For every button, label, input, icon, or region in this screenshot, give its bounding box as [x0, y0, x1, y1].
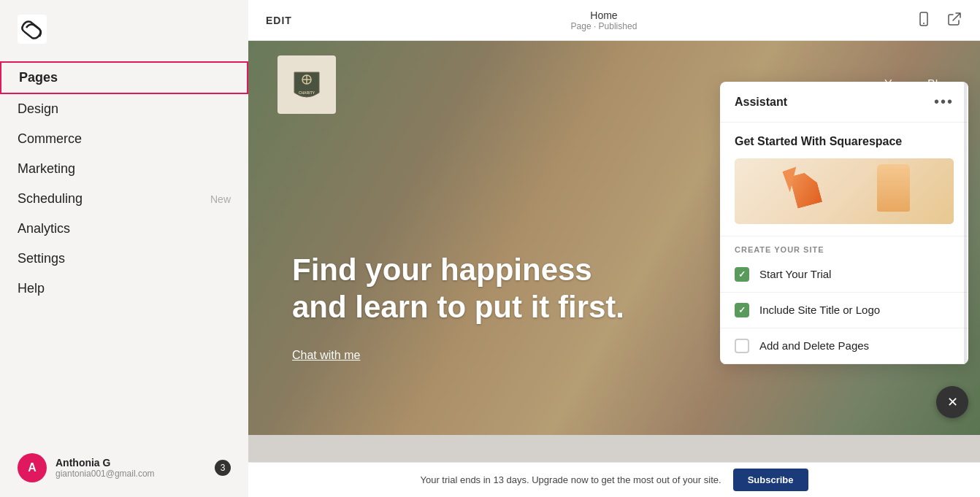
sidebar-item-marketing[interactable]: Marketing: [0, 154, 248, 184]
hero-heading: Find your happiness and learn to put it …: [292, 252, 624, 325]
sidebar-item-design[interactable]: Design: [0, 94, 248, 124]
sidebar-item-help[interactable]: Help: [0, 274, 248, 304]
site-title-checkbox[interactable]: [735, 303, 749, 317]
external-link-icon[interactable]: [946, 11, 962, 30]
user-name: Anthonia G: [55, 457, 155, 469]
main-area: EDIT Home Page · Published: [248, 0, 980, 497]
assistant-scrollbar[interactable]: [964, 82, 967, 364]
hero-cta[interactable]: Chat with me: [292, 349, 624, 362]
add-pages-checkbox[interactable]: [735, 339, 749, 353]
assistant-get-started-title: Get Started With Squarespace: [735, 134, 954, 150]
assistant-panel: Assistant ••• Get Started With Squarespa…: [720, 82, 968, 364]
assistant-more-button[interactable]: •••: [934, 93, 954, 110]
mobile-view-icon[interactable]: [916, 11, 932, 30]
hero-heading-line1: Find your happiness: [292, 252, 624, 288]
sidebar: Pages Design Commerce Marketing Scheduli…: [0, 0, 248, 497]
sidebar-item-analytics[interactable]: Analytics: [0, 214, 248, 244]
avatar: A: [18, 453, 47, 482]
cta-link[interactable]: Chat with me: [292, 349, 360, 361]
assistant-item-add-pages[interactable]: Add and Delete Pages: [720, 328, 968, 364]
hero-heading-line2: and learn to put it first.: [292, 289, 624, 325]
trial-message: Your trial ends in 13 days. Upgrade now …: [420, 474, 721, 485]
assistant-item-site-title[interactable]: Include Site Title or Logo: [720, 293, 968, 328]
assistant-section-label: CREATE YOUR SITE: [720, 236, 968, 257]
sidebar-item-commerce[interactable]: Commerce: [0, 124, 248, 154]
sidebar-nav: Pages Design Commerce Marketing Scheduli…: [0, 54, 248, 439]
topbar: EDIT Home Page · Published: [248, 0, 980, 41]
squarespace-logo-icon: [18, 15, 47, 44]
assistant-title: Assistant: [735, 96, 787, 109]
subscribe-button[interactable]: Subscribe: [733, 469, 808, 491]
preview-canvas: CHARITY You Blog Find your happiness and…: [248, 41, 980, 462]
scheduling-new-badge: New: [210, 193, 231, 205]
user-details: Anthonia G giantonia001@gmail.com: [55, 457, 155, 479]
sidebar-footer: A Anthonia G giantonia001@gmail.com 3: [0, 439, 248, 497]
bottom-notification-bar: Your trial ends in 13 days. Upgrade now …: [248, 462, 980, 497]
sidebar-item-pages[interactable]: Pages: [0, 61, 248, 94]
assistant-banner: [735, 158, 954, 224]
svg-text:CHARITY: CHARITY: [299, 90, 315, 95]
assistant-item-start-trial[interactable]: Start Your Trial: [720, 257, 968, 293]
sidebar-user-info[interactable]: A Anthonia G giantonia001@gmail.com: [18, 453, 155, 482]
site-logo: CHARITY: [277, 55, 336, 114]
assistant-close-button[interactable]: ✕: [936, 386, 968, 418]
start-trial-label: Start Your Trial: [759, 268, 831, 280]
preview-footer-bar: [248, 435, 980, 462]
start-trial-checkbox[interactable]: [735, 267, 749, 282]
charity-logo-icon: CHARITY: [288, 66, 325, 103]
page-info: Home Page · Published: [571, 9, 638, 31]
page-status: Page · Published: [571, 21, 638, 31]
assistant-get-started-section: Get Started With Squarespace: [720, 123, 968, 236]
topbar-actions: [916, 11, 962, 30]
edit-button[interactable]: EDIT: [266, 15, 292, 26]
svg-point-2: [923, 23, 925, 24]
page-title: Home: [590, 9, 617, 21]
add-pages-label: Add and Delete Pages: [759, 339, 869, 352]
notification-badge[interactable]: 3: [215, 460, 231, 476]
hero-content: Find your happiness and learn to put it …: [292, 252, 624, 362]
sidebar-item-scheduling[interactable]: Scheduling New: [0, 184, 248, 214]
sidebar-logo: [0, 0, 248, 54]
sidebar-item-settings[interactable]: Settings: [0, 244, 248, 274]
assistant-header: Assistant •••: [720, 82, 968, 123]
user-email: giantonia001@gmail.com: [55, 469, 155, 479]
site-title-label: Include Site Title or Logo: [759, 304, 880, 316]
